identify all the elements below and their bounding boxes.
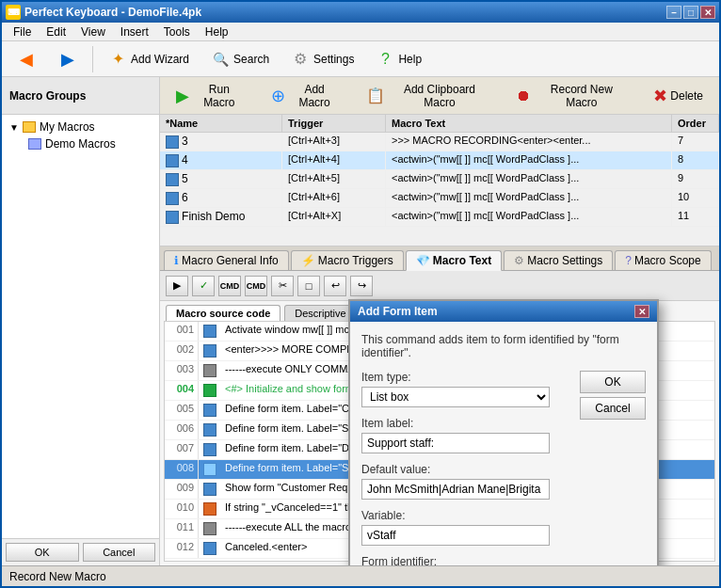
tab-general-info[interactable]: ℹ Macro General Info <box>164 250 289 270</box>
run-icon: ▶ <box>176 86 189 106</box>
record-button[interactable]: ⏺ Record New Macro <box>505 78 639 114</box>
variable-row: Variable: <box>361 509 572 546</box>
left-panel: Macro Groups ▼ My Macros Demo Macros OK <box>2 77 160 565</box>
tree-label-demo-macros: Demo Macros <box>45 137 116 151</box>
col-trigger-header: Trigger <box>282 115 386 132</box>
window-title: Perfect Keyboard - DemoFile.4pk <box>24 6 666 19</box>
run-label: Run Macro <box>192 83 247 109</box>
macro-row-2[interactable]: 5 [Ctrl+Alt+5] <actwin>("mw[[ ]] mc[[ Wo… <box>160 170 719 189</box>
macro-name-3: 6 <box>160 189 282 207</box>
search-button[interactable]: 🔍 Search <box>201 45 278 73</box>
item-label-label: Item label: <box>361 417 572 430</box>
macro-text-0: >>> MACRO RECORDING<enter><enter... <box>386 133 672 151</box>
delete-label: Delete <box>670 89 703 103</box>
macro-trigger-1: [Ctrl+Alt+4] <box>282 151 386 169</box>
macro-text-2: <actwin>("mw[[ ]] mc[[ WordPadClass ]... <box>386 170 672 188</box>
help-label: Help <box>398 53 422 66</box>
default-value-input[interactable] <box>361 479 550 500</box>
delete-button[interactable]: ✖ Delete <box>643 81 713 111</box>
macro-text-1: <actwin>("mw[[ ]] mc[[ WordPadClass ]... <box>386 151 672 169</box>
close-button[interactable]: ✕ <box>700 6 715 19</box>
right-panel: ▶ Run Macro ⊕ Add Macro 📋 Add Clipboard … <box>160 77 719 565</box>
macro-list[interactable]: *Name Trigger Macro Text Order 3 [Ctrl+A… <box>160 115 719 246</box>
variable-label: Variable: <box>361 509 572 522</box>
item-label-input[interactable] <box>361 433 550 453</box>
tab-settings-icon: ⚙ <box>514 254 524 267</box>
tree-item-my-macros[interactable]: ▼ My Macros <box>6 119 155 135</box>
search-label: Search <box>233 53 269 66</box>
dialog-close-button[interactable]: ✕ <box>634 305 649 318</box>
tab-general-info-label: Macro General Info <box>182 254 279 267</box>
folder-icon <box>23 121 36 133</box>
tree-label-my-macros: My Macros <box>40 120 95 134</box>
tab-triggers[interactable]: ⚡ Macro Triggers <box>291 250 404 270</box>
form-id-row: Form identifier: <box>361 555 572 565</box>
tab-settings[interactable]: ⚙ Macro Settings <box>504 250 613 270</box>
forward-button[interactable]: ▶ <box>49 45 87 73</box>
tab-scope[interactable]: ? Macro Scope <box>615 250 711 270</box>
run-macro-button[interactable]: ▶ Run Macro <box>166 78 257 114</box>
dialog-ok-button[interactable]: OK <box>580 371 646 393</box>
tabs-container: ℹ Macro General Info ⚡ Macro Triggers 💎 … <box>160 246 719 565</box>
tab-content: ▶ ✓ CMD CMD ✂ □ ↩ ↪ Macro source code <box>160 271 719 565</box>
menu-view[interactable]: View <box>73 24 113 40</box>
tab-macro-text[interactable]: 💎 Macro Text <box>406 250 502 271</box>
col-text-header: Macro Text <box>386 115 672 132</box>
tree-item-demo-macros[interactable]: Demo Macros <box>24 135 155 152</box>
form-id-label: Form identifier: <box>361 555 572 565</box>
expand-icon: ▼ <box>9 122 19 133</box>
maximize-button[interactable]: □ <box>683 6 698 19</box>
toolbar-sep-1 <box>92 46 93 72</box>
wizard-button[interactable]: ✦ Add Wizard <box>99 45 198 73</box>
window-controls: – □ ✕ <box>666 6 715 19</box>
title-bar: ⌨ Perfect Keyboard - DemoFile.4pk – □ ✕ <box>2 2 719 23</box>
macro-row-1[interactable]: 4 [Ctrl+Alt+4] <actwin>("mw[[ ]] mc[[ Wo… <box>160 151 719 170</box>
menu-help[interactable]: Help <box>198 24 236 40</box>
record-label: Record New Macro <box>534 83 629 109</box>
tab-triggers-icon: ⚡ <box>301 254 315 267</box>
item-type-select[interactable]: List box <box>361 387 550 407</box>
macro-name-4: Finish Demo <box>160 208 282 226</box>
menu-edit[interactable]: Edit <box>39 24 73 40</box>
action-bar: ▶ Run Macro ⊕ Add Macro 📋 Add Clipboard … <box>160 77 719 115</box>
minimize-button[interactable]: – <box>666 6 681 19</box>
cancel-button-left[interactable]: Cancel <box>83 543 156 562</box>
menu-file[interactable]: File <box>6 24 39 40</box>
ok-button-left[interactable]: OK <box>6 543 79 562</box>
variable-input[interactable] <box>361 525 550 546</box>
settings-icon: ⚙ <box>290 49 311 70</box>
toolbar: ◀ ▶ ✦ Add Wizard 🔍 Search ⚙ Settings ? H… <box>2 41 719 77</box>
back-button[interactable]: ◀ <box>8 45 45 73</box>
col-order-header: Order <box>672 115 719 132</box>
macro-name-1: 4 <box>160 151 282 169</box>
macro-row-0[interactable]: 3 [Ctrl+Alt+3] >>> MACRO RECORDING<enter… <box>160 133 719 151</box>
add-macro-button[interactable]: ⊕ Add Macro <box>261 78 352 114</box>
clipboard-label: Add Clipboard Macro <box>388 83 492 109</box>
macro-order-1: 8 <box>672 151 719 169</box>
dialog-title-text: Add Form Item <box>358 305 438 318</box>
dialog-description: This command adds item to form identifie… <box>361 333 646 359</box>
clipboard-button[interactable]: 📋 Add Clipboard Macro <box>356 78 503 114</box>
tab-bar: ℹ Macro General Info ⚡ Macro Triggers 💎 … <box>160 246 719 271</box>
settings-button[interactable]: ⚙ Settings <box>281 45 362 73</box>
macro-row-4[interactable]: Finish Demo [Ctrl+Alt+X] <actwin>("mw[[ … <box>160 208 719 227</box>
menu-insert[interactable]: Insert <box>113 24 156 40</box>
tab-scope-icon: ? <box>625 254 632 267</box>
forward-icon: ▶ <box>57 49 78 70</box>
help-icon: ? <box>375 49 395 70</box>
macro-order-0: 7 <box>672 133 719 151</box>
macro-order-2: 9 <box>672 170 719 188</box>
search-icon: 🔍 <box>210 49 231 70</box>
tab-macro-text-label: Macro Text <box>433 254 491 267</box>
wizard-icon: ✦ <box>107 49 128 70</box>
tab-settings-label: Macro Settings <box>527 254 602 267</box>
help-button[interactable]: ? Help <box>366 45 430 73</box>
macro-groups-title: Macro Groups <box>9 89 86 103</box>
main-layout: Macro Groups ▼ My Macros Demo Macros OK <box>2 77 719 565</box>
dialog-cancel-button[interactable]: Cancel <box>580 397 646 420</box>
dialog-overlay: Add Form Item ✕ This command adds item t… <box>160 271 719 565</box>
macro-row-3[interactable]: 6 [Ctrl+Alt+6] <actwin>("mw[[ ]] mc[[ Wo… <box>160 189 719 208</box>
status-bar: Record New Macro <box>2 565 719 586</box>
tab-general-info-icon: ℹ <box>174 254 179 267</box>
menu-tools[interactable]: Tools <box>156 24 198 40</box>
